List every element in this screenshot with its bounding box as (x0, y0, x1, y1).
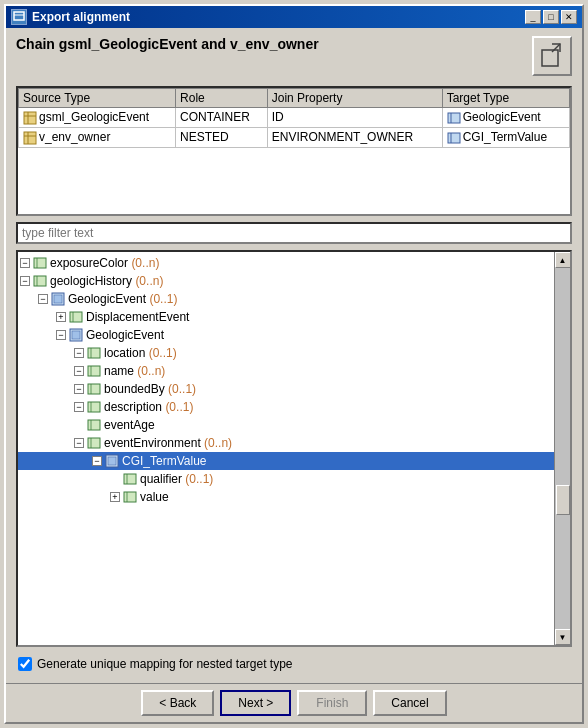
svg-rect-19 (54, 295, 62, 303)
scroll-up-button[interactable]: ▲ (555, 252, 571, 268)
tree-item[interactable]: −GeologicEvent (0..1) (18, 290, 554, 308)
scroll-down-button[interactable]: ▼ (555, 629, 571, 645)
tree-label: CGI_TermValue (122, 454, 206, 468)
header-section: Chain gsml_GeologicEvent and v_env_owner (16, 36, 572, 76)
main-window: Export alignment _ □ ✕ Chain gsml_Geolog… (4, 4, 584, 724)
svg-rect-38 (124, 474, 136, 484)
content-area: Chain gsml_GeologicEvent and v_env_owner… (6, 28, 582, 683)
tree-item[interactable]: +DisplacementEvent (18, 308, 554, 326)
window-icon (11, 9, 27, 25)
tree-count: (0..n) (204, 436, 232, 450)
svg-rect-37 (108, 457, 116, 465)
svg-rect-34 (88, 438, 100, 448)
tree-item[interactable]: −CGI_TermValue (18, 452, 554, 470)
svg-rect-2 (542, 50, 558, 66)
tree-content[interactable]: −exposureColor (0..n)−geologicHistory (0… (18, 252, 554, 645)
export-button[interactable] (532, 36, 572, 76)
class-icon (104, 453, 120, 469)
tree-label: name (0..n) (104, 364, 165, 378)
tree-count: (0..n) (131, 256, 159, 270)
expand-icon[interactable]: + (56, 312, 66, 322)
tree-item[interactable]: −GeologicEvent (18, 326, 554, 344)
table-row[interactable]: gsml_GeologicEventCONTAINERIDGeologicEve… (19, 108, 570, 128)
svg-rect-26 (88, 366, 100, 376)
unique-mapping-checkbox[interactable] (18, 657, 32, 671)
filter-container[interactable] (16, 222, 572, 244)
back-button[interactable]: < Back (141, 690, 214, 716)
expand-icon[interactable]: − (56, 330, 66, 340)
tree-count: (0..n) (137, 364, 165, 378)
filter-input[interactable] (22, 226, 566, 240)
tree-item[interactable]: −geologicHistory (0..n) (18, 272, 554, 290)
element-icon (86, 399, 102, 415)
unique-mapping-label: Generate unique mapping for nested targe… (37, 657, 293, 671)
table-row[interactable]: v_env_ownerNESTEDENVIRONMENT_OWNERCGI_Te… (19, 127, 570, 147)
tree-item[interactable]: +value (18, 488, 554, 506)
col-role: Role (176, 89, 268, 108)
scrollbar-track[interactable] (555, 268, 571, 629)
element-icon (86, 417, 102, 433)
tree-label: GeologicEvent (86, 328, 164, 342)
checkbox-row: Generate unique mapping for nested targe… (16, 653, 572, 675)
tree-item[interactable]: −name (0..n) (18, 362, 554, 380)
expand-icon[interactable]: − (38, 294, 48, 304)
expand-icon[interactable]: − (20, 276, 30, 286)
tree-label: qualifier (0..1) (140, 472, 213, 486)
expand-icon[interactable]: − (74, 366, 84, 376)
element-icon (86, 381, 102, 397)
element-icon (32, 273, 48, 289)
svg-rect-0 (14, 12, 24, 20)
tree-label: geologicHistory (0..n) (50, 274, 163, 288)
tree-item[interactable]: −description (0..1) (18, 398, 554, 416)
tree-count: (0..n) (135, 274, 163, 288)
next-button[interactable]: Next > (220, 690, 291, 716)
tree-item[interactable]: −eventEnvironment (0..n) (18, 434, 554, 452)
svg-line-3 (552, 44, 560, 52)
scrollbar-thumb[interactable] (556, 485, 570, 515)
svg-rect-14 (34, 258, 46, 268)
svg-rect-23 (72, 331, 80, 339)
expand-icon[interactable]: − (92, 456, 102, 466)
tree-item[interactable]: −boundedBy (0..1) (18, 380, 554, 398)
element-icon (122, 471, 138, 487)
svg-rect-12 (448, 133, 460, 143)
expand-icon[interactable]: − (74, 384, 84, 394)
expand-icon[interactable]: + (110, 492, 120, 502)
tree-panel: −exposureColor (0..n)−geologicHistory (0… (16, 250, 572, 647)
tree-label: value (140, 490, 169, 504)
svg-rect-28 (88, 384, 100, 394)
svg-rect-32 (88, 420, 100, 430)
svg-rect-20 (70, 312, 82, 322)
svg-rect-40 (124, 492, 136, 502)
tree-item[interactable]: eventAge (18, 416, 554, 434)
col-source-type: Source Type (19, 89, 176, 108)
finish-button[interactable]: Finish (297, 690, 367, 716)
svg-rect-4 (24, 112, 36, 124)
tree-count: (0..1) (149, 292, 177, 306)
expand-icon[interactable]: − (74, 402, 84, 412)
element-icon (32, 255, 48, 271)
tree-item[interactable]: qualifier (0..1) (18, 470, 554, 488)
maximize-button[interactable]: □ (543, 10, 559, 24)
expand-icon[interactable]: − (74, 348, 84, 358)
svg-rect-9 (24, 132, 36, 144)
tree-item[interactable]: −exposureColor (0..n) (18, 254, 554, 272)
expand-icon[interactable]: − (20, 258, 30, 268)
tree-count: (0..1) (168, 382, 196, 396)
tree-label: eventAge (104, 418, 155, 432)
scrollbar[interactable]: ▲ ▼ (554, 252, 570, 645)
class-icon (68, 327, 84, 343)
tree-label: GeologicEvent (0..1) (68, 292, 177, 306)
element-icon (122, 489, 138, 505)
cancel-button[interactable]: Cancel (373, 690, 446, 716)
tree-count: (0..1) (185, 472, 213, 486)
col-join-property: Join Property (267, 89, 442, 108)
tree-item[interactable]: −location (0..1) (18, 344, 554, 362)
minimize-button[interactable]: _ (525, 10, 541, 24)
tree-label: DisplacementEvent (86, 310, 189, 324)
chain-title: Chain gsml_GeologicEvent and v_env_owner (16, 36, 319, 52)
tree-label: eventEnvironment (0..n) (104, 436, 232, 450)
close-button[interactable]: ✕ (561, 10, 577, 24)
col-target-type: Target Type (442, 89, 569, 108)
expand-icon[interactable]: − (74, 438, 84, 448)
